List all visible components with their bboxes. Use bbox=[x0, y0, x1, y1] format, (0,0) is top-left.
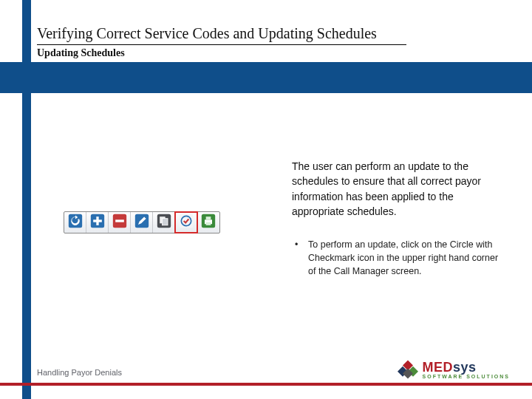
delete-icon bbox=[112, 214, 127, 231]
svg-rect-14 bbox=[206, 216, 211, 219]
svg-rect-3 bbox=[93, 219, 102, 222]
header-accent-bar bbox=[22, 0, 31, 62]
copy-icon bbox=[157, 214, 171, 231]
update-schedules-button[interactable] bbox=[175, 212, 197, 233]
svg-rect-9 bbox=[162, 219, 168, 225]
logo-brand-part1: MED bbox=[423, 360, 454, 375]
refresh-button[interactable] bbox=[64, 212, 86, 233]
print-button[interactable] bbox=[197, 212, 219, 233]
bullet-list: • To perform an update, click on the Cir… bbox=[292, 238, 506, 278]
circle-checkmark-icon bbox=[179, 214, 194, 231]
footer-caption: Handling Payor Denials bbox=[37, 368, 122, 377]
bullet-marker: • bbox=[292, 238, 296, 278]
header-blue-band bbox=[0, 62, 532, 93]
add-button[interactable] bbox=[86, 212, 109, 233]
copy-button[interactable] bbox=[153, 212, 175, 233]
body-paragraph: The user can perform an update to the sc… bbox=[292, 159, 506, 219]
footer-red-rule bbox=[0, 383, 532, 386]
svg-rect-5 bbox=[115, 219, 124, 222]
title-underline bbox=[37, 44, 406, 45]
slide: Verifying Correct Service Codes and Upda… bbox=[0, 0, 532, 399]
call-manager-toolbar bbox=[64, 211, 220, 233]
logo-brand: MEDsys bbox=[423, 361, 510, 374]
page-subtitle: Updating Schedules bbox=[37, 47, 125, 59]
left-accent-stripe bbox=[22, 93, 31, 399]
header: Verifying Correct Service Codes and Upda… bbox=[0, 0, 532, 62]
logo-text: MEDsys SOFTWARE SOLUTIONS bbox=[423, 361, 510, 379]
add-icon bbox=[90, 214, 105, 231]
delete-button[interactable] bbox=[109, 212, 131, 233]
edit-icon bbox=[134, 214, 149, 231]
brand-logo: MEDsys SOFTWARE SOLUTIONS bbox=[398, 359, 510, 380]
logo-brand-part2: sys bbox=[453, 360, 477, 375]
edit-button[interactable] bbox=[131, 212, 153, 233]
bullet-text: To perform an update, click on the Circl… bbox=[304, 238, 506, 278]
logo-tagline: SOFTWARE SOLUTIONS bbox=[423, 374, 510, 379]
refresh-icon bbox=[68, 214, 83, 231]
list-item: • To perform an update, click on the Cir… bbox=[292, 238, 506, 278]
print-icon bbox=[201, 214, 216, 231]
svg-rect-15 bbox=[206, 222, 211, 225]
logo-mark-icon bbox=[398, 359, 418, 380]
page-title: Verifying Correct Service Codes and Upda… bbox=[37, 25, 377, 42]
